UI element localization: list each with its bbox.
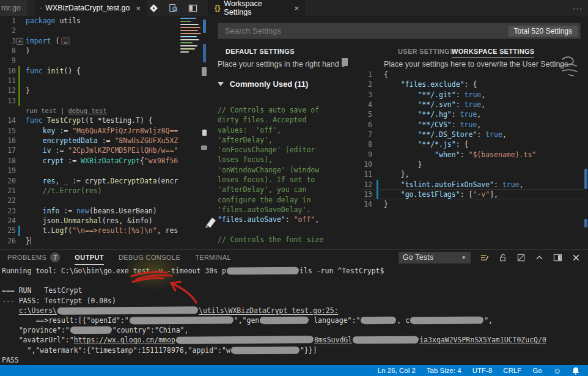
redaction-scribble xyxy=(57,306,198,315)
tab-problems[interactable]: PROBLEMS 7 xyxy=(7,250,60,265)
code-line: 3 "**/.git": true, xyxy=(361,90,584,100)
overview-ruler-mark xyxy=(203,44,206,62)
redaction-scribble xyxy=(260,317,309,325)
code-line: values: 'off', xyxy=(218,125,323,135)
overview-ruler-mark xyxy=(584,219,587,227)
code-line: configure the delay in xyxy=(218,195,323,205)
code-line: ==>result:[{"openId":"","gen language":"… xyxy=(2,315,588,325)
minimap[interactable] xyxy=(178,16,208,249)
output-console[interactable]: Running tool: C:\Go\bin\go.exe test -v -… xyxy=(0,265,588,365)
editor-group-right: {} Workspace Settings × ··· Total 520 Se… xyxy=(208,0,588,249)
left-tab-bar: ror.go WXBizDataCrypt_test.go × xyxy=(0,0,208,16)
output-channel-select[interactable]: Go Tests ▼ xyxy=(399,252,471,264)
code-editor[interactable]: 1package utils23+import (…8)910func init… xyxy=(0,16,178,249)
workspace-settings-pane: Place your settings here to overwrite th… xyxy=(361,59,588,249)
code-line: c:\Users\\utils\WXBizDataCrypt_test.go:2… xyxy=(2,306,588,315)
code-line: ","watermark":{"timestamp":1511178976,"a… xyxy=(2,345,588,355)
overview-ruler-mark xyxy=(201,146,207,150)
overview-ruler-mark xyxy=(584,169,587,189)
redaction-scribble xyxy=(410,317,483,325)
code-line: "avatarUrl":"https://wx.qlogo.cn/mmop8ms… xyxy=(2,335,588,345)
code-line: 17 iv := "2CpJmlKZPCMD5PEilQHb/w==" xyxy=(0,146,178,155)
redaction-scribble xyxy=(227,267,299,275)
json-braces-icon: {} xyxy=(215,4,220,12)
code-line: // Controls the font size xyxy=(218,235,323,245)
split-editor-icon[interactable] xyxy=(188,4,197,13)
code-line: 'files.autoSaveDelay'. xyxy=(218,205,323,215)
redaction-scribble xyxy=(70,326,112,334)
tab-terminal[interactable]: TERMINAL xyxy=(195,250,231,265)
tab-wxbizdatacrypt-test-go[interactable]: WXBizDataCrypt_test.go × xyxy=(34,0,147,16)
tab-label: Workspace Settings xyxy=(224,0,288,17)
code-line: 4 "**/.svn": true, xyxy=(361,100,584,109)
eol-status[interactable]: CRLF xyxy=(503,367,521,374)
code-line: 'afterDelay', you can xyxy=(218,185,323,194)
redaction-scribble xyxy=(176,336,314,345)
problems-count-badge: 7 xyxy=(50,253,60,262)
tab-workspace-settings[interactable]: {} Workspace Settings × xyxy=(208,0,305,16)
code-line: --- PASS: TestCrypt (0.00s) xyxy=(2,296,588,306)
code-line: 8 "**/*.js": { xyxy=(361,139,584,149)
unlock-icon[interactable] xyxy=(498,253,507,262)
overview-ruler-mark xyxy=(202,130,207,136)
run-file-icon[interactable] xyxy=(149,4,158,13)
code-line: 16 encryptedData := "8NwUsZGUFXu5XZyU xyxy=(0,136,178,146)
code-line: 'onWindowChange' (window xyxy=(218,165,323,175)
close-icon[interactable]: × xyxy=(136,4,141,13)
editor-group-left: ror.go WXBizDataCrypt_test.go × xyxy=(0,0,208,249)
code-line: 9 "when": "$(basename).ts" xyxy=(361,150,584,160)
clear-output-icon[interactable] xyxy=(516,253,526,262)
code-line: 12 "tslint.autoFixOnSave": true, xyxy=(361,180,584,190)
code-line: 1{ xyxy=(361,70,584,79)
toggle-panel-layout-icon[interactable] xyxy=(553,253,562,262)
more-actions-icon[interactable]: ··· xyxy=(573,4,582,13)
test-file-icon xyxy=(40,4,42,12)
code-line: === RUN TestCrypt xyxy=(2,286,588,295)
notifications-bell-icon[interactable] xyxy=(572,367,579,375)
encoding-status[interactable]: UTF-8 xyxy=(472,367,493,374)
close-panel-icon[interactable] xyxy=(571,253,581,262)
code-line: 2 xyxy=(0,26,178,35)
minimap-slider[interactable] xyxy=(202,67,207,76)
code-line: 8) xyxy=(0,46,178,56)
language-mode-status[interactable]: Go xyxy=(532,367,542,374)
panel-tab-bar: PROBLEMS 7 OUTPUT DEBUG CONSOLE TERMINAL… xyxy=(0,250,588,265)
commonly-used-section[interactable]: Commonly Used (11) xyxy=(218,79,308,89)
fold-icon[interactable]: + xyxy=(17,38,23,45)
settings-editor: Total 520 Settings DEFAULT SETTINGS USER… xyxy=(208,16,588,249)
bottom-panel: PROBLEMS 7 OUTPUT DEBUG CONSOLE TERMINAL… xyxy=(0,249,588,365)
tab-workspace-settings-pane[interactable]: WORKSPACE SETTINGS xyxy=(452,48,534,57)
default-settings-code[interactable]: // Controls auto save ofdirty files. Acc… xyxy=(218,105,323,245)
tab-debug-console[interactable]: DEBUG CONSOLE xyxy=(119,250,180,265)
tab-output[interactable]: OUTPUT xyxy=(75,250,104,265)
tab-error-go[interactable]: ror.go xyxy=(0,0,27,16)
code-line: Running tool: C:\Go\bin\go.exe test -v -… xyxy=(2,266,588,276)
tab-label: OUTPUT xyxy=(75,254,104,261)
default-settings-pane: Place your settings in the right hand s … xyxy=(218,59,359,249)
scrollbar-slider[interactable] xyxy=(342,58,348,66)
code-line: 13 xyxy=(0,96,178,106)
feedback-smiley-icon[interactable]: ☺ xyxy=(553,366,561,375)
workspace-settings-code[interactable]: 1{2 "files.exclude": {3 "**/.git": true,… xyxy=(361,70,584,210)
code-line: 12} xyxy=(0,86,178,95)
tab-label: ror.go xyxy=(1,4,21,12)
collapse-panel-icon[interactable] xyxy=(535,253,544,262)
tab-user-settings[interactable]: USER SETTINGS xyxy=(398,48,455,55)
code-line: 23 info := new(beans.UserBean) xyxy=(0,206,178,216)
code-line: // Controls auto save of xyxy=(218,105,323,115)
tab-label: DEBUG CONSOLE xyxy=(119,254,180,261)
close-icon[interactable]: × xyxy=(294,4,299,13)
tab-label: TERMINAL xyxy=(195,254,231,261)
search-input[interactable] xyxy=(224,26,509,36)
right-tab-bar: {} Workspace Settings × ··· xyxy=(208,0,588,16)
code-line: 7 "**/.DS_Store": true, xyxy=(361,130,584,139)
output-actions-icon[interactable] xyxy=(480,253,489,262)
vscode-window: ror.go WXBizDataCrypt_test.go × xyxy=(0,0,588,376)
cursor-position-status[interactable]: Ln 26, Col 2 xyxy=(378,367,416,374)
code-line: 'afterDelay', xyxy=(218,135,323,145)
code-line: loses focus), xyxy=(218,155,323,164)
code-line: 3+import (… xyxy=(0,36,178,46)
code-line: 24 json.Unmarshal(res, &info) xyxy=(0,216,178,226)
open-preview-icon[interactable] xyxy=(169,4,178,13)
tab-size-status[interactable]: Tab Size: 4 xyxy=(427,367,461,374)
